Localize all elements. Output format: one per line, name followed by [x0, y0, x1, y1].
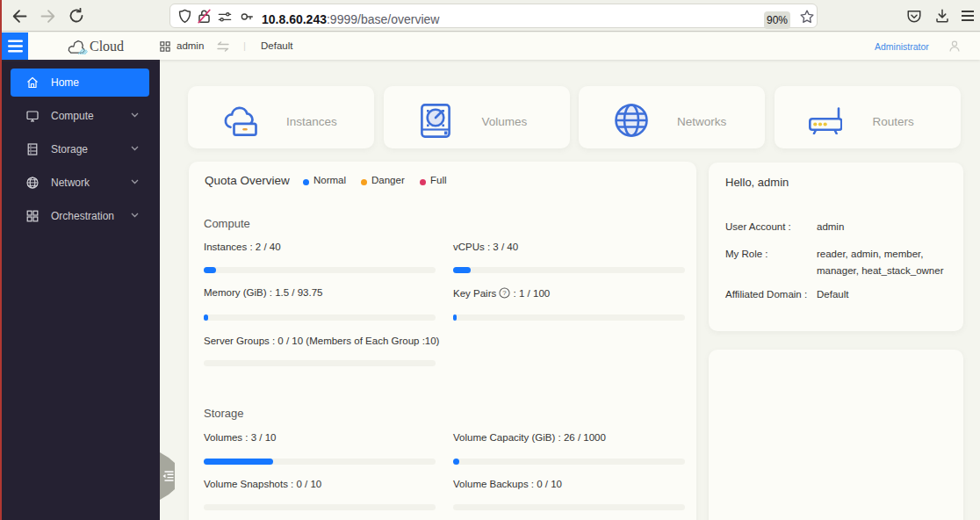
svg-text:?: ?: [503, 289, 508, 297]
